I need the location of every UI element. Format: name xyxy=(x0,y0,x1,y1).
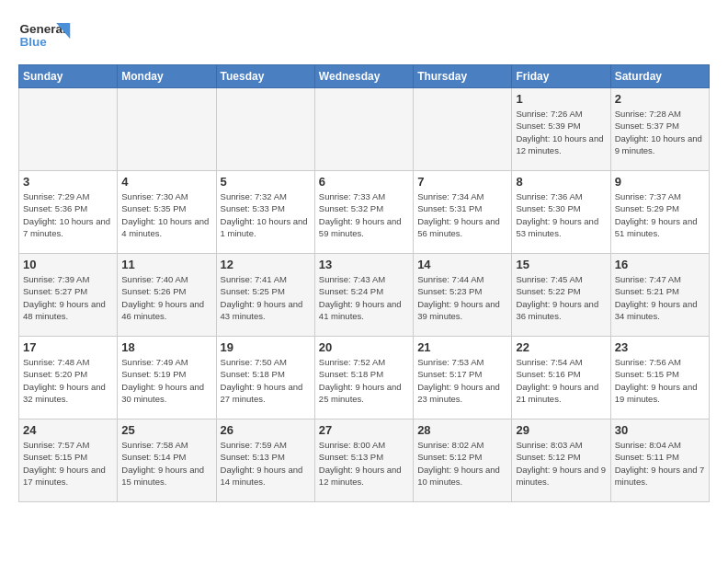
calendar-cell: 2Sunrise: 7:28 AM Sunset: 5:37 PM Daylig… xyxy=(610,88,709,171)
day-info: Sunrise: 7:59 AM Sunset: 5:13 PM Dayligh… xyxy=(221,439,311,488)
day-info: Sunrise: 7:47 AM Sunset: 5:21 PM Dayligh… xyxy=(615,273,705,322)
day-info: Sunrise: 7:52 AM Sunset: 5:18 PM Dayligh… xyxy=(319,356,409,405)
calendar-cell xyxy=(414,88,512,171)
calendar-cell: 17Sunrise: 7:48 AM Sunset: 5:20 PM Dayli… xyxy=(19,337,118,419)
calendar-cell: 27Sunrise: 8:00 AM Sunset: 5:13 PM Dayli… xyxy=(314,419,413,502)
day-number: 6 xyxy=(319,175,409,189)
day-number: 9 xyxy=(615,175,705,189)
logo-icon: GeneralBlue xyxy=(18,18,74,55)
day-number: 1 xyxy=(516,92,606,106)
day-info: Sunrise: 7:30 AM Sunset: 5:35 PM Dayligh… xyxy=(121,190,211,239)
calendar-cell: 7Sunrise: 7:34 AM Sunset: 5:31 PM Daylig… xyxy=(414,171,512,254)
day-number: 2 xyxy=(615,92,705,106)
calendar-cell: 18Sunrise: 7:49 AM Sunset: 5:19 PM Dayli… xyxy=(118,337,216,419)
calendar-week-row: 1Sunrise: 7:26 AM Sunset: 5:39 PM Daylig… xyxy=(19,88,710,171)
calendar-cell: 19Sunrise: 7:50 AM Sunset: 5:18 PM Dayli… xyxy=(216,337,314,419)
day-number: 28 xyxy=(417,423,507,437)
calendar-cell: 25Sunrise: 7:58 AM Sunset: 5:14 PM Dayli… xyxy=(118,419,216,502)
calendar-cell xyxy=(314,88,413,171)
day-info: Sunrise: 7:36 AM Sunset: 5:30 PM Dayligh… xyxy=(516,190,606,239)
calendar-cell xyxy=(19,88,118,171)
day-info: Sunrise: 7:54 AM Sunset: 5:16 PM Dayligh… xyxy=(516,356,606,405)
calendar-cell: 11Sunrise: 7:40 AM Sunset: 5:26 PM Dayli… xyxy=(118,254,216,337)
day-info: Sunrise: 7:37 AM Sunset: 5:29 PM Dayligh… xyxy=(615,190,705,239)
day-info: Sunrise: 7:48 AM Sunset: 5:20 PM Dayligh… xyxy=(23,356,113,405)
calendar-cell: 16Sunrise: 7:47 AM Sunset: 5:21 PM Dayli… xyxy=(610,254,709,337)
day-number: 7 xyxy=(417,175,507,189)
day-number: 25 xyxy=(121,423,211,437)
day-number: 5 xyxy=(221,175,311,189)
calendar-week-row: 10Sunrise: 7:39 AM Sunset: 5:27 PM Dayli… xyxy=(19,254,710,337)
calendar-cell: 22Sunrise: 7:54 AM Sunset: 5:16 PM Dayli… xyxy=(512,337,610,419)
calendar-cell: 20Sunrise: 7:52 AM Sunset: 5:18 PM Dayli… xyxy=(314,337,413,419)
calendar-cell: 8Sunrise: 7:36 AM Sunset: 5:30 PM Daylig… xyxy=(512,171,610,254)
day-number: 3 xyxy=(23,175,113,189)
day-number: 11 xyxy=(121,258,211,271)
day-info: Sunrise: 7:41 AM Sunset: 5:25 PM Dayligh… xyxy=(221,273,311,322)
day-number: 24 xyxy=(23,423,113,437)
day-number: 10 xyxy=(23,258,113,271)
day-number: 4 xyxy=(121,175,211,189)
day-number: 13 xyxy=(319,258,409,271)
calendar-cell: 1Sunrise: 7:26 AM Sunset: 5:39 PM Daylig… xyxy=(512,88,610,171)
calendar-table: SundayMondayTuesdayWednesdayThursdayFrid… xyxy=(18,64,710,502)
svg-text:Blue: Blue xyxy=(20,35,48,49)
weekday-header: Monday xyxy=(118,65,216,88)
calendar-cell: 26Sunrise: 7:59 AM Sunset: 5:13 PM Dayli… xyxy=(216,419,314,502)
weekday-header: Tuesday xyxy=(216,65,314,88)
day-number: 15 xyxy=(516,258,606,271)
day-info: Sunrise: 7:26 AM Sunset: 5:39 PM Dayligh… xyxy=(516,108,606,156)
day-number: 12 xyxy=(221,258,311,271)
day-number: 14 xyxy=(417,258,507,271)
calendar-cell: 12Sunrise: 7:41 AM Sunset: 5:25 PM Dayli… xyxy=(216,254,314,337)
logo: GeneralBlue xyxy=(18,18,74,55)
day-number: 18 xyxy=(121,340,211,354)
calendar-cell: 13Sunrise: 7:43 AM Sunset: 5:24 PM Dayli… xyxy=(314,254,413,337)
day-number: 30 xyxy=(615,423,705,437)
day-info: Sunrise: 7:43 AM Sunset: 5:24 PM Dayligh… xyxy=(319,273,409,322)
day-number: 21 xyxy=(417,340,507,354)
calendar-cell: 29Sunrise: 8:03 AM Sunset: 5:12 PM Dayli… xyxy=(512,419,610,502)
weekday-header: Wednesday xyxy=(314,65,413,88)
weekday-header: Saturday xyxy=(610,65,709,88)
day-number: 8 xyxy=(516,175,606,189)
calendar-week-row: 24Sunrise: 7:57 AM Sunset: 5:15 PM Dayli… xyxy=(19,419,710,502)
day-number: 16 xyxy=(615,258,705,271)
day-info: Sunrise: 7:57 AM Sunset: 5:15 PM Dayligh… xyxy=(23,439,113,488)
day-number: 17 xyxy=(23,340,113,354)
calendar-cell: 14Sunrise: 7:44 AM Sunset: 5:23 PM Dayli… xyxy=(414,254,512,337)
calendar-cell: 5Sunrise: 7:32 AM Sunset: 5:33 PM Daylig… xyxy=(216,171,314,254)
calendar-cell: 21Sunrise: 7:53 AM Sunset: 5:17 PM Dayli… xyxy=(414,337,512,419)
calendar-cell xyxy=(118,88,216,171)
day-info: Sunrise: 7:45 AM Sunset: 5:22 PM Dayligh… xyxy=(516,273,606,322)
day-info: Sunrise: 7:34 AM Sunset: 5:31 PM Dayligh… xyxy=(417,190,507,239)
calendar-cell: 28Sunrise: 8:02 AM Sunset: 5:12 PM Dayli… xyxy=(414,419,512,502)
calendar-cell: 10Sunrise: 7:39 AM Sunset: 5:27 PM Dayli… xyxy=(19,254,118,337)
calendar-cell: 24Sunrise: 7:57 AM Sunset: 5:15 PM Dayli… xyxy=(19,419,118,502)
calendar-cell: 4Sunrise: 7:30 AM Sunset: 5:35 PM Daylig… xyxy=(118,171,216,254)
day-number: 26 xyxy=(221,423,311,437)
day-info: Sunrise: 7:53 AM Sunset: 5:17 PM Dayligh… xyxy=(417,356,507,405)
day-info: Sunrise: 7:56 AM Sunset: 5:15 PM Dayligh… xyxy=(615,356,705,405)
day-info: Sunrise: 7:29 AM Sunset: 5:36 PM Dayligh… xyxy=(23,190,113,239)
day-info: Sunrise: 7:49 AM Sunset: 5:19 PM Dayligh… xyxy=(121,356,211,405)
day-info: Sunrise: 7:28 AM Sunset: 5:37 PM Dayligh… xyxy=(615,108,705,156)
weekday-header: Sunday xyxy=(19,65,118,88)
day-info: Sunrise: 8:04 AM Sunset: 5:11 PM Dayligh… xyxy=(615,439,705,488)
calendar-week-row: 17Sunrise: 7:48 AM Sunset: 5:20 PM Dayli… xyxy=(19,337,710,419)
calendar-cell: 9Sunrise: 7:37 AM Sunset: 5:29 PM Daylig… xyxy=(610,171,709,254)
calendar-cell: 15Sunrise: 7:45 AM Sunset: 5:22 PM Dayli… xyxy=(512,254,610,337)
day-info: Sunrise: 8:02 AM Sunset: 5:12 PM Dayligh… xyxy=(417,439,507,488)
calendar-week-row: 3Sunrise: 7:29 AM Sunset: 5:36 PM Daylig… xyxy=(19,171,710,254)
calendar-cell xyxy=(216,88,314,171)
day-number: 20 xyxy=(319,340,409,354)
calendar-cell: 23Sunrise: 7:56 AM Sunset: 5:15 PM Dayli… xyxy=(610,337,709,419)
header: GeneralBlue xyxy=(18,18,710,55)
day-info: Sunrise: 7:44 AM Sunset: 5:23 PM Dayligh… xyxy=(417,273,507,322)
day-info: Sunrise: 7:58 AM Sunset: 5:14 PM Dayligh… xyxy=(121,439,211,488)
day-info: Sunrise: 7:32 AM Sunset: 5:33 PM Dayligh… xyxy=(221,190,311,239)
weekday-header: Friday xyxy=(512,65,610,88)
calendar-cell: 6Sunrise: 7:33 AM Sunset: 5:32 PM Daylig… xyxy=(314,171,413,254)
calendar-cell: 3Sunrise: 7:29 AM Sunset: 5:36 PM Daylig… xyxy=(19,171,118,254)
day-info: Sunrise: 7:33 AM Sunset: 5:32 PM Dayligh… xyxy=(319,190,409,239)
